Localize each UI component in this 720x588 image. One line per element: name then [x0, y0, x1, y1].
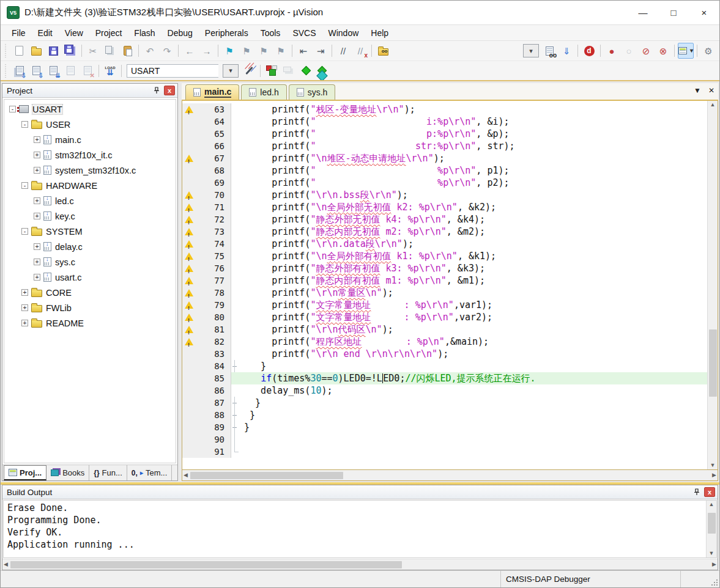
- tree-item-hardware[interactable]: -HARDWARE: [4, 178, 176, 193]
- build-output-log[interactable]: Erase Done.Programming Done.Verify OK.Ap…: [4, 501, 706, 557]
- dropdown-combo[interactable]: ▾: [223, 64, 239, 78]
- code-line[interactable]: 85 if(times%30==0)LED0=!LED0;//闪烁LED,提示系…: [182, 372, 707, 384]
- expand-icon[interactable]: +: [34, 274, 40, 281]
- build-output-horizontal-scrollbar[interactable]: ◀ ▶: [2, 559, 718, 570]
- pin-icon[interactable]: [691, 487, 702, 498]
- tree-item-system-stm32f10x-c[interactable]: +system_stm32f10x.c: [4, 163, 176, 178]
- configure-icon[interactable]: ⚙: [700, 43, 716, 59]
- tree-item-usart-c[interactable]: +usart.c: [4, 270, 176, 285]
- menu-edit[interactable]: Edit: [32, 26, 59, 40]
- manage-project-items-icon[interactable]: [281, 63, 297, 79]
- expand-icon[interactable]: +: [34, 152, 40, 158]
- expand-icon[interactable]: +: [34, 259, 40, 265]
- insert-bookmark-icon[interactable]: ⚑: [221, 43, 237, 59]
- pin-icon[interactable]: [151, 86, 162, 96]
- scroll-up-icon[interactable]: ▲: [710, 102, 716, 108]
- cut-icon[interactable]: ✂: [85, 43, 101, 59]
- batch-build-icon[interactable]: [62, 63, 78, 79]
- expand-icon[interactable]: +: [34, 213, 40, 219]
- code-line[interactable]: 84 }: [182, 360, 707, 372]
- code-line[interactable]: 89 }: [182, 421, 707, 433]
- menu-help[interactable]: Help: [365, 26, 395, 40]
- manage-run-time-environment-icon[interactable]: [264, 63, 280, 79]
- code-line[interactable]: 79 printf("文字常量地址 : %p\r\n",var1);: [182, 299, 707, 311]
- horizontal-scroll-thumb[interactable]: [190, 472, 343, 479]
- menu-tools[interactable]: Tools: [254, 26, 287, 40]
- close-document-icon[interactable]: ✕: [708, 87, 714, 94]
- tree-item-fwlib[interactable]: +FWLib: [4, 300, 176, 315]
- code-line[interactable]: 75 printf("\n全局外部有初值 k1: %p\r\n", &k1);: [182, 250, 707, 262]
- menu-flash[interactable]: Flash: [128, 26, 161, 40]
- code-line[interactable]: 81 printf("\r\n代码区\n");: [182, 323, 707, 336]
- window-selector-icon[interactable]: ▾: [678, 43, 694, 59]
- vertical-scroll-thumb[interactable]: [708, 513, 716, 534]
- new-file-icon[interactable]: [11, 43, 27, 59]
- clear-bookmarks-icon[interactable]: ⚑: [273, 43, 289, 59]
- open-folder-icon[interactable]: [28, 43, 44, 59]
- build-output-vertical-scrollbar[interactable]: ▲ ▼: [706, 501, 716, 557]
- navigate-forward-icon[interactable]: →: [199, 43, 215, 59]
- menu-peripherals[interactable]: Peripherals: [199, 26, 254, 40]
- collapse-icon[interactable]: -: [21, 182, 28, 189]
- horizontal-scroll-thumb[interactable]: [10, 561, 402, 568]
- code-line[interactable]: 78 printf("\r\n常量区\n");: [182, 287, 707, 299]
- code-line[interactable]: 68 printf(" %p\r\n", p1);: [182, 164, 707, 177]
- disable-all-breakpoints-icon[interactable]: ⊘: [638, 43, 654, 59]
- tree-item-sys-c[interactable]: +sys.c: [4, 254, 176, 270]
- editor-tab-sys-h[interactable]: sys.h: [289, 84, 336, 100]
- target-select[interactable]: USART: [127, 64, 218, 78]
- panel-tab-fun[interactable]: {}Fun...: [89, 465, 127, 480]
- code-line[interactable]: 66 printf(" str:%p\r\n", str);: [182, 140, 707, 152]
- tree-item-readme[interactable]: +README: [4, 315, 176, 331]
- code-line[interactable]: 91: [182, 446, 707, 458]
- incremental-find-icon[interactable]: ⇓: [559, 43, 574, 59]
- kill-all-breakpoints-icon[interactable]: ⊗: [655, 43, 671, 59]
- tree-item-main-c[interactable]: +main.c: [4, 132, 176, 147]
- code-line[interactable]: 83 printf("\r\n end \r\n\r\n\r\n");: [182, 348, 707, 360]
- panel-tab-books[interactable]: Books: [46, 465, 89, 480]
- tree-item-usart[interactable]: -USART: [4, 101, 176, 117]
- menu-debug[interactable]: Debug: [161, 26, 199, 40]
- expand-icon[interactable]: +: [34, 136, 40, 143]
- menu-svcs[interactable]: SVCS: [286, 26, 322, 40]
- stop-build-icon[interactable]: ✕: [80, 63, 95, 79]
- code-line[interactable]: 74 printf("\r\n.data段\r\n");: [182, 238, 707, 250]
- menu-file[interactable]: File: [6, 26, 32, 40]
- scroll-right-icon[interactable]: ▶: [712, 562, 716, 567]
- insert-breakpoint-icon[interactable]: ●: [604, 43, 620, 59]
- editor-vertical-scrollbar[interactable]: ▲ ▼: [707, 101, 718, 469]
- unindent-icon[interactable]: ⇤: [295, 43, 311, 59]
- scroll-left-icon[interactable]: ◀: [184, 472, 188, 478]
- comment-selection-icon[interactable]: //: [335, 43, 351, 59]
- minimize-button[interactable]: —: [628, 1, 658, 24]
- code-line[interactable]: 86 delay_ms(10);: [182, 384, 707, 397]
- dropdown-combo[interactable]: ▾: [523, 44, 539, 57]
- resize-grip[interactable]: [708, 571, 719, 587]
- document-list-icon[interactable]: ▼: [694, 87, 701, 94]
- code-line[interactable]: 82 printf("程序区地址 : %p\n",&main);: [182, 336, 707, 348]
- indent-icon[interactable]: ⇥: [313, 43, 328, 59]
- copy-icon[interactable]: [102, 43, 118, 59]
- editor-tab-main-c[interactable]: main.c: [185, 84, 239, 100]
- code-line[interactable]: 73 printf("静态内部无初值 m2: %p\r\n", &m2);: [182, 226, 707, 238]
- download-icon[interactable]: LOAD⇊: [102, 63, 118, 79]
- code-line[interactable]: 65 printf(" p:%p\r\n", &p);: [182, 128, 707, 140]
- find-in-files-folder-icon[interactable]: [375, 43, 391, 59]
- code-line[interactable]: 64 printf(" i:%p\r\n", &i);: [182, 116, 707, 128]
- code-line[interactable]: 80 printf("文字常量地址 : %p\r\n",var2);: [182, 311, 707, 323]
- rebuild-target-icon[interactable]: ⇊: [45, 63, 61, 79]
- code-line[interactable]: 71 printf("\n全局外部无初值 k2: %p\r\n", &k2);: [182, 201, 707, 213]
- maximize-button[interactable]: □: [658, 1, 689, 24]
- previous-bookmark-icon[interactable]: ⚑: [239, 43, 254, 59]
- menu-window[interactable]: Window: [322, 26, 365, 40]
- vertical-scroll-thumb[interactable]: [709, 329, 717, 397]
- scroll-down-icon[interactable]: ▼: [710, 463, 716, 468]
- select-software-packs-icon[interactable]: [298, 63, 314, 79]
- code-line[interactable]: 70 printf("\r\n.bss段\r\n");: [182, 189, 707, 201]
- code-line[interactable]: 72 printf("静态外部无初值 k4: %p\r\n", &k4);: [182, 213, 707, 226]
- build-target-icon[interactable]: ⇩: [28, 63, 44, 79]
- tree-item-led-c[interactable]: +led.c: [4, 193, 176, 208]
- tree-item-core[interactable]: +CORE: [4, 285, 176, 300]
- menu-project[interactable]: Project: [89, 26, 128, 40]
- tree-item-system[interactable]: -SYSTEM: [4, 224, 176, 239]
